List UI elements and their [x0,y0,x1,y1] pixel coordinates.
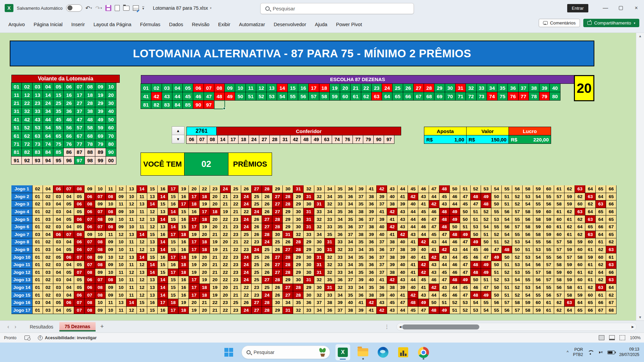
jogo-number-cell[interactable]: 63 [606,261,616,269]
jogo-number-cell[interactable]: 01 [32,261,43,269]
jogo-number-cell[interactable]: 59 [564,246,575,254]
jogo-number-cell[interactable]: 41 [418,200,429,208]
volante-cell[interactable]: 52 [21,123,32,132]
jogo-number-cell[interactable]: 36 [324,306,335,314]
jogo-number-cell[interactable]: 05 [74,208,85,216]
jogo-number-cell[interactable]: 39 [387,261,397,269]
jogo-number-cell[interactable]: 62 [564,185,575,193]
jogo-number-cell[interactable]: 66 [606,268,616,277]
jogo-number-cell[interactable]: 64 [575,223,585,231]
volante-cell[interactable]: 95 [53,156,64,165]
next-sheet-icon[interactable]: › [14,324,16,330]
jogo-number-cell[interactable]: 28 [272,276,283,284]
jogo-number-cell[interactable]: 22 [220,306,231,314]
jogo-number-cell[interactable]: 32 [324,268,335,277]
jogo-number-cell[interactable]: 38 [366,223,377,231]
escolha-cell[interactable]: 19 [329,83,340,92]
jogo-number-cell[interactable]: 28 [262,306,272,314]
jogo-number-cell[interactable]: 44 [439,238,450,246]
escolha-cell[interactable]: 81 [141,100,151,109]
jogo-number-cell[interactable]: 26 [272,246,283,254]
volante-cell[interactable]: 93 [32,156,43,165]
escolha-cell[interactable]: 35 [497,83,508,92]
jogo-number-cell[interactable]: 44 [429,193,439,201]
jogo-number-cell[interactable]: 20 [220,238,231,246]
jogo-number-cell[interactable]: 11 [126,215,137,223]
jogo-number-cell[interactable]: 65 [606,231,616,239]
jogo-number-cell[interactable]: 47 [460,268,471,277]
jogo-number-cell[interactable]: 08 [74,185,85,193]
jogo-number-cell[interactable]: 42 [439,246,450,254]
jogo-number-cell[interactable]: 42 [376,185,387,193]
jogo-number-cell[interactable]: 39 [397,200,408,208]
jogo-number-cell[interactable]: 33 [335,268,345,277]
jogo-number-cell[interactable]: 51 [481,276,491,284]
jogo-number-cell[interactable]: 01 [32,208,43,216]
conferidor-cell[interactable]: 08 [207,135,218,144]
jogo-number-cell[interactable]: 02 [43,291,53,299]
escolha-cell[interactable]: 04 [172,83,183,92]
jogo-number-cell[interactable]: 48 [439,185,450,193]
conferidor-cell[interactable]: 77 [353,135,363,144]
volante-cell[interactable]: 31 [11,107,22,115]
jogo-number-cell[interactable]: 50 [470,231,481,239]
jogo-number-cell[interactable]: 58 [554,261,565,269]
jogo-number-cell[interactable]: 17 [189,291,199,299]
jogo-number-cell[interactable]: 37 [314,299,325,307]
volante-cell[interactable]: 32 [21,107,32,115]
jogo-number-cell[interactable]: 59 [543,215,554,223]
jogo-number-cell[interactable]: 13 [147,284,158,292]
jogo-number-cell[interactable]: 11 [126,284,137,292]
jogo-number-cell[interactable]: 52 [460,306,471,314]
jogo-number-cell[interactable]: 14 [168,208,178,216]
jogo-number-cell[interactable]: 37 [387,246,397,254]
jogo-number-cell[interactable]: 60 [575,276,585,284]
jogo-number-cell[interactable]: 20 [210,223,220,231]
jogo-number-cell[interactable]: 57 [501,299,512,307]
jogo-number-cell[interactable]: 04 [53,306,64,314]
jogo-number-cell[interactable]: 34 [345,261,356,269]
jogo-number-cell[interactable]: 19 [210,238,220,246]
jogo-number-cell[interactable]: 42 [387,276,397,284]
escolha-cell[interactable]: 07 [204,83,214,92]
jogo-number-cell[interactable]: 31 [282,306,293,314]
jogo-number-cell[interactable]: 26 [262,253,272,261]
jogo-number-cell[interactable]: 19 [199,200,210,208]
jogo-number-cell[interactable]: 11 [126,291,137,299]
jogo-number-cell[interactable]: 09 [95,200,106,208]
jogo-number-cell[interactable]: 05 [74,193,85,201]
jogo-number-cell[interactable]: 54 [522,261,533,269]
ribbon-tab-power-pivot[interactable]: Power Pivot [332,19,366,30]
jogo-number-cell[interactable]: 28 [293,284,304,292]
volante-cell[interactable]: 73 [32,140,43,148]
escolha-cell[interactable]: 69 [434,92,445,101]
jogo-number-cell[interactable]: 15 [168,246,178,254]
jogo-number-cell[interactable]: 31 [282,231,293,239]
jogo-number-cell[interactable]: 62 [595,246,606,254]
escolha-cell[interactable]: 72 [466,92,476,101]
conferidor-cell[interactable]: 17 [228,135,238,144]
jogo-number-cell[interactable]: 23 [230,268,241,277]
jogo-number-cell[interactable]: 08 [105,223,116,231]
jogo-number-cell[interactable]: 40 [387,193,397,201]
jogo-number-cell[interactable]: 07 [84,291,95,299]
jogo-number-cell[interactable]: 31 [314,261,325,269]
jogo-number-cell[interactable]: 39 [366,208,377,216]
ribbon-tab-revisão[interactable]: Revisão [187,19,214,30]
jogo-number-cell[interactable]: 65 [585,299,596,307]
jogo-number-cell[interactable]: 30 [303,268,314,277]
jogo-number-cell[interactable]: 08 [105,193,116,201]
jogo-number-cell[interactable]: 49 [418,299,429,307]
jogo-number-cell[interactable]: 48 [429,306,439,314]
jogo-number-cell[interactable]: 01 [32,223,43,231]
jogo-number-cell[interactable]: 46 [481,246,491,254]
jogo-number-cell[interactable]: 67 [595,306,606,314]
escolha-cell[interactable]: 36 [507,83,518,92]
jogo-number-cell[interactable]: 08 [105,208,116,216]
jogo-number-cell[interactable]: 42 [418,261,429,269]
jogo-number-cell[interactable]: 16 [178,215,189,223]
volante-cell[interactable]: 65 [53,131,64,140]
escolha-cell[interactable]: 51 [246,92,256,101]
jogo-number-cell[interactable]: 18 [178,253,189,261]
jogo-number-cell[interactable]: 58 [533,231,544,239]
